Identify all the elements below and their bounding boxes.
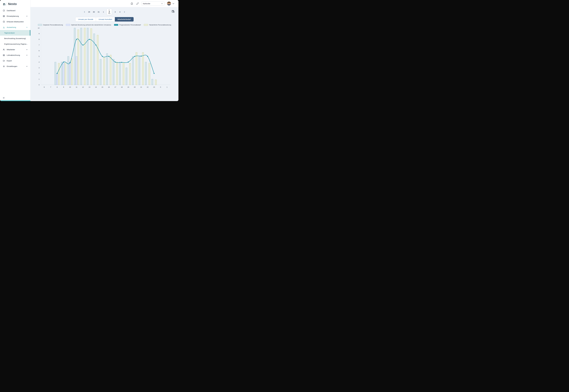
svg-text:23: 23 <box>153 86 155 88</box>
sidebar-item-auswertung[interactable]: Auswertung <box>0 25 30 30</box>
date-navigation-bar: 29 30 31 1 Fr 2 Feb 3 4 <box>30 7 179 17</box>
sidebar-item-erfasste-arbeitszeiten[interactable]: Erfasste Arbeitszeiten <box>0 19 30 25</box>
svg-text:8: 8 <box>39 39 40 40</box>
selected-month: Feb <box>107 13 112 14</box>
tab-umsatz-pro-stunde[interactable]: Umsatz pro Stunde <box>75 17 96 22</box>
location-select[interactable]: Karlsruhe <box>141 1 165 6</box>
sidebar-item-einstellungen[interactable]: Einstellungen <box>0 64 30 69</box>
sidebar-subitem-ergebnisauswertung[interactable]: Ergebnisauswertung (Tagesau... <box>0 41 30 47</box>
staffing-chart: 0123456789106789101112131415161718192021… <box>30 26 179 90</box>
sidebar-item-label: Erfasste Arbeitszeiten <box>7 21 24 23</box>
bar-chart-icon <box>3 26 5 28</box>
chevron-down-icon <box>26 49 28 51</box>
sidebar-item-einsatzplanung[interactable]: Einsatzplanung <box>0 13 30 19</box>
notifications-button[interactable] <box>131 2 133 5</box>
fullscreen-button[interactable] <box>136 2 139 5</box>
chevron-left-icon <box>83 11 86 13</box>
svg-text:7: 7 <box>39 44 40 46</box>
svg-text:9: 9 <box>63 86 64 88</box>
svg-text:6: 6 <box>39 50 40 52</box>
chevron-right-icon <box>123 11 125 13</box>
svg-text:18: 18 <box>121 86 123 88</box>
chevron-down-icon <box>26 65 28 67</box>
app-window: n Nesto Dashboard Einsatzplanung <box>0 0 179 101</box>
planning-grid-icon <box>3 15 5 17</box>
gear-icon <box>3 65 5 68</box>
gauge-icon <box>3 9 5 12</box>
svg-text:10: 10 <box>69 86 71 88</box>
sidebar-item-lohnabrechnung[interactable]: Lohnabrechnung <box>0 52 30 58</box>
day-button[interactable]: 29 <box>87 10 91 14</box>
brand-name: Nesto <box>8 2 17 6</box>
chevron-down-icon <box>26 15 28 17</box>
chart-legend: Geplante Personalbesetzung Optimale Bese… <box>30 24 179 26</box>
svg-text:14: 14 <box>95 86 97 88</box>
selected-day-card[interactable]: Fr 2 Feb <box>107 9 112 15</box>
day-button[interactable]: 31 <box>97 10 100 14</box>
chevron-down-icon <box>172 2 175 5</box>
chevron-up-icon <box>26 26 28 28</box>
day-button[interactable]: 4 <box>118 10 122 14</box>
sidebar-item-label: Lohnabrechnung <box>7 54 20 56</box>
legend-swatch-tatsaechliche <box>144 24 148 26</box>
svg-text:12: 12 <box>82 86 84 88</box>
avatar[interactable] <box>167 1 171 6</box>
sidebar: n Nesto Dashboard Einsatzplanung <box>0 0 30 101</box>
sidebar-item-mitarbeiter[interactable]: Mitarbeiter <box>0 47 30 52</box>
prev-day-button[interactable] <box>83 11 86 13</box>
bell-icon <box>131 2 133 5</box>
day-button[interactable]: 3 <box>113 10 117 14</box>
chart-canvas: 0123456789106789101112131415161718192021… <box>35 26 173 90</box>
legend-item-geplante[interactable]: Geplante Personalbesetzung <box>38 24 63 26</box>
x-axis-ticks: 6789101112131415161718192021222301 <box>44 86 167 88</box>
svg-text:20: 20 <box>134 86 136 88</box>
svg-text:13: 13 <box>89 86 90 88</box>
legend-item-optimale[interactable]: Optimale Besetzung (anhand des tatsächli… <box>66 24 111 26</box>
tab-umsatz-kumuliert[interactable]: Umsatz kumuliert <box>96 17 115 22</box>
legend-swatch-geplante <box>38 24 42 26</box>
legend-item-prognostizierter[interactable]: Prognostizierter Personalbedarf <box>114 24 141 26</box>
brand-divider <box>7 2 7 6</box>
svg-text:0: 0 <box>39 84 40 86</box>
date-navigation: 29 30 31 1 Fr 2 Feb 3 4 <box>83 9 126 15</box>
svg-text:4: 4 <box>39 61 40 63</box>
sidebar-item-dashboard[interactable]: Dashboard <box>0 8 30 13</box>
legend-label: Tatsächliche Personalbesetzung <box>149 24 171 26</box>
sidebar-item-label: Mitarbeiter <box>7 49 15 51</box>
brand-logo[interactable]: n Nesto <box>0 0 30 8</box>
legend-item-tatsaechliche[interactable]: Tatsächliche Personalbesetzung <box>144 24 171 26</box>
svg-text:7: 7 <box>50 86 51 88</box>
sidebar-subitem-tagesanalyse[interactable]: Tagesanalyse <box>0 30 30 36</box>
sidebar-item-export[interactable]: Export <box>0 58 30 64</box>
svg-text:2: 2 <box>39 73 40 74</box>
svg-text:22: 22 <box>147 86 149 88</box>
brand-mark: n <box>3 2 5 6</box>
location-select-value: Karlsruhe <box>143 3 150 5</box>
svg-text:1: 1 <box>39 78 40 80</box>
day-button[interactable]: 30 <box>92 10 96 14</box>
sidebar-item-label: Dashboard <box>7 10 15 12</box>
svg-text:8: 8 <box>57 86 57 88</box>
sidebar-subitem-benchmarking[interactable]: Benchmarking (Auswertung) <box>0 36 30 41</box>
sidebar-accent-bar <box>0 100 30 101</box>
topbar: Karlsruhe <box>30 0 179 7</box>
sidebar-item-label: Auswertung <box>7 26 16 28</box>
sidebar-subitem-label: Benchmarking (Auswertung) <box>4 37 26 39</box>
collapse-sidebar-button[interactable] <box>2 96 5 99</box>
tab-mitarbeiterbedarf[interactable]: Mitarbeiterbedarf <box>115 17 134 22</box>
day-button[interactable]: 1 <box>101 10 105 14</box>
next-day-button[interactable] <box>123 11 126 13</box>
legend-swatch-prognostizierter <box>114 24 118 26</box>
main-content: 29 30 31 1 Fr 2 Feb 3 4 <box>30 7 179 101</box>
sidebar-item-label: Export <box>7 60 12 62</box>
collapse-sidebar-icon <box>3 97 5 99</box>
svg-text:0: 0 <box>160 86 161 88</box>
user-menu-button[interactable] <box>172 2 175 5</box>
svg-text:3: 3 <box>39 67 40 69</box>
legend-label: Optimale Besetzung (anhand des tatsächli… <box>71 24 111 26</box>
sidebar-item-label: Einsatzplanung <box>7 15 19 17</box>
chevron-down-icon <box>26 54 28 56</box>
calendar-picker-button[interactable] <box>171 10 175 13</box>
svg-text:9: 9 <box>39 33 40 34</box>
sidebar-subitem-label: Ergebnisauswertung (Tagesau... <box>4 43 28 45</box>
